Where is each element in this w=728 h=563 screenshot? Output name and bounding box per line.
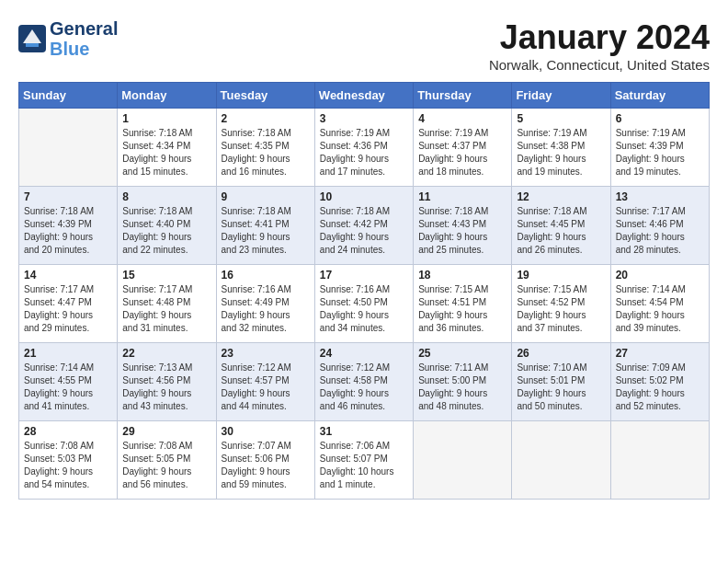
day-number: 5 [517,112,605,125]
calendar-cell [19,109,118,187]
calendar-cell: 13Sunrise: 7:17 AM Sunset: 4:46 PM Dayli… [610,187,709,265]
day-info: Sunrise: 7:17 AM Sunset: 4:48 PM Dayligh… [122,283,210,335]
calendar-cell: 3Sunrise: 7:19 AM Sunset: 4:36 PM Daylig… [314,109,413,187]
day-number: 9 [222,190,310,203]
day-number: 22 [122,347,210,360]
day-number: 4 [418,112,506,125]
calendar-cell: 18Sunrise: 7:15 AM Sunset: 4:51 PM Dayli… [414,265,512,343]
day-number: 27 [616,347,704,360]
day-info: Sunrise: 7:19 AM Sunset: 4:36 PM Dayligh… [320,127,408,178]
calendar-week-row: 7Sunrise: 7:18 AM Sunset: 4:39 PM Daylig… [19,187,710,265]
calendar-cell: 8Sunrise: 7:18 AM Sunset: 4:40 PM Daylig… [118,187,216,265]
day-info: Sunrise: 7:16 AM Sunset: 4:49 PM Dayligh… [222,283,310,335]
day-number: 17 [320,269,408,282]
day-of-week-header: Tuesday [216,83,314,109]
month-title: January 2024 [489,18,710,57]
day-info: Sunrise: 7:19 AM Sunset: 4:37 PM Dayligh… [418,127,506,178]
day-info: Sunrise: 7:08 AM Sunset: 5:03 PM Dayligh… [24,440,112,491]
day-number: 2 [222,112,310,125]
calendar-cell: 11Sunrise: 7:18 AM Sunset: 4:43 PM Dayli… [414,187,512,265]
day-of-week-header: Monday [118,83,216,109]
day-number: 24 [320,347,408,360]
day-info: Sunrise: 7:15 AM Sunset: 4:51 PM Dayligh… [418,283,506,335]
calendar-table: SundayMondayTuesdayWednesdayThursdayFrid… [18,82,710,500]
day-number: 29 [122,425,210,438]
day-number: 20 [616,269,704,282]
day-number: 31 [320,425,408,438]
day-of-week-header: Saturday [610,83,709,109]
day-number: 12 [517,190,605,203]
calendar-cell [414,421,512,500]
calendar-cell: 27Sunrise: 7:09 AM Sunset: 5:02 PM Dayli… [610,343,709,421]
calendar-header-row: SundayMondayTuesdayWednesdayThursdayFrid… [19,83,710,109]
day-of-week-header: Wednesday [314,83,413,109]
calendar-cell: 7Sunrise: 7:18 AM Sunset: 4:39 PM Daylig… [19,187,118,265]
day-info: Sunrise: 7:18 AM Sunset: 4:42 PM Dayligh… [320,205,408,257]
logo-text: General Blue [50,18,118,59]
day-info: Sunrise: 7:16 AM Sunset: 4:50 PM Dayligh… [320,283,408,335]
day-number: 23 [222,347,310,360]
day-info: Sunrise: 7:09 AM Sunset: 5:02 PM Dayligh… [616,362,704,413]
svg-rect-2 [26,43,39,47]
day-info: Sunrise: 7:13 AM Sunset: 4:56 PM Dayligh… [122,362,210,413]
day-number: 26 [517,347,605,360]
calendar-cell: 19Sunrise: 7:15 AM Sunset: 4:52 PM Dayli… [512,265,610,343]
calendar-cell: 2Sunrise: 7:18 AM Sunset: 4:35 PM Daylig… [216,109,314,187]
day-number: 21 [24,347,112,360]
day-info: Sunrise: 7:10 AM Sunset: 5:01 PM Dayligh… [517,362,605,413]
day-info: Sunrise: 7:18 AM Sunset: 4:40 PM Dayligh… [122,205,210,257]
calendar-cell: 4Sunrise: 7:19 AM Sunset: 4:37 PM Daylig… [414,109,512,187]
day-number: 11 [418,190,506,203]
day-number: 16 [222,269,310,282]
calendar-cell: 25Sunrise: 7:11 AM Sunset: 5:00 PM Dayli… [414,343,512,421]
calendar-cell: 20Sunrise: 7:14 AM Sunset: 4:54 PM Dayli… [610,265,709,343]
day-of-week-header: Friday [512,83,610,109]
calendar-cell: 17Sunrise: 7:16 AM Sunset: 4:50 PM Dayli… [314,265,413,343]
calendar-cell: 28Sunrise: 7:08 AM Sunset: 5:03 PM Dayli… [19,421,118,500]
day-number: 3 [320,112,408,125]
calendar-cell: 29Sunrise: 7:08 AM Sunset: 5:05 PM Dayli… [118,421,216,500]
calendar-week-row: 21Sunrise: 7:14 AM Sunset: 4:55 PM Dayli… [19,343,710,421]
calendar-cell: 16Sunrise: 7:16 AM Sunset: 4:49 PM Dayli… [216,265,314,343]
day-number: 15 [122,269,210,282]
day-info: Sunrise: 7:19 AM Sunset: 4:39 PM Dayligh… [616,127,704,178]
day-number: 13 [616,190,704,203]
calendar-cell: 26Sunrise: 7:10 AM Sunset: 5:01 PM Dayli… [512,343,610,421]
day-info: Sunrise: 7:19 AM Sunset: 4:38 PM Dayligh… [517,127,605,178]
day-number: 30 [222,425,310,438]
calendar-cell: 6Sunrise: 7:19 AM Sunset: 4:39 PM Daylig… [610,109,709,187]
calendar-cell: 24Sunrise: 7:12 AM Sunset: 4:58 PM Dayli… [314,343,413,421]
day-info: Sunrise: 7:12 AM Sunset: 4:57 PM Dayligh… [222,362,310,413]
day-number: 10 [320,190,408,203]
calendar-cell [610,421,709,500]
day-number: 14 [24,269,112,282]
calendar-cell: 15Sunrise: 7:17 AM Sunset: 4:48 PM Dayli… [118,265,216,343]
day-of-week-header: Sunday [19,83,118,109]
day-info: Sunrise: 7:15 AM Sunset: 4:52 PM Dayligh… [517,283,605,335]
day-number: 25 [418,347,506,360]
day-info: Sunrise: 7:18 AM Sunset: 4:43 PM Dayligh… [418,205,506,257]
day-number: 7 [24,190,112,203]
logo-icon [18,25,46,52]
day-number: 19 [517,269,605,282]
day-info: Sunrise: 7:18 AM Sunset: 4:34 PM Dayligh… [122,127,210,178]
page-header: General Blue January 2024 Norwalk, Conne… [18,18,710,73]
day-info: Sunrise: 7:12 AM Sunset: 4:58 PM Dayligh… [320,362,408,413]
day-info: Sunrise: 7:08 AM Sunset: 5:05 PM Dayligh… [122,440,210,491]
day-info: Sunrise: 7:18 AM Sunset: 4:35 PM Dayligh… [222,127,310,178]
day-number: 18 [418,269,506,282]
calendar-cell: 12Sunrise: 7:18 AM Sunset: 4:45 PM Dayli… [512,187,610,265]
title-section: January 2024 Norwalk, Connecticut, Unite… [489,18,710,73]
day-info: Sunrise: 7:14 AM Sunset: 4:55 PM Dayligh… [24,362,112,413]
calendar-cell: 9Sunrise: 7:18 AM Sunset: 4:41 PM Daylig… [216,187,314,265]
calendar-cell: 5Sunrise: 7:19 AM Sunset: 4:38 PM Daylig… [512,109,610,187]
day-info: Sunrise: 7:18 AM Sunset: 4:39 PM Dayligh… [24,205,112,257]
calendar-cell [512,421,610,500]
calendar-week-row: 28Sunrise: 7:08 AM Sunset: 5:03 PM Dayli… [19,421,710,500]
calendar-cell: 30Sunrise: 7:07 AM Sunset: 5:06 PM Dayli… [216,421,314,500]
calendar-week-row: 1Sunrise: 7:18 AM Sunset: 4:34 PM Daylig… [19,109,710,187]
calendar-week-row: 14Sunrise: 7:17 AM Sunset: 4:47 PM Dayli… [19,265,710,343]
day-number: 8 [122,190,210,203]
day-of-week-header: Thursday [414,83,512,109]
calendar-cell: 22Sunrise: 7:13 AM Sunset: 4:56 PM Dayli… [118,343,216,421]
